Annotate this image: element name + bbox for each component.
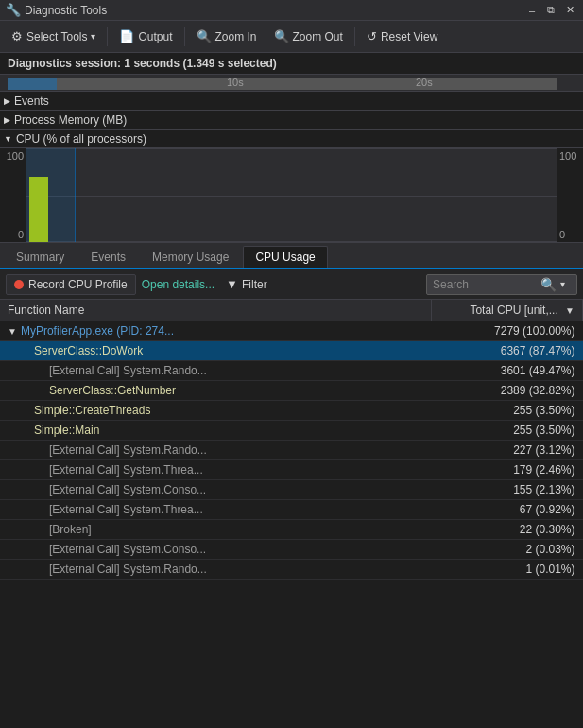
- cell-function-name: ▶[External Call] System.Rando...: [0, 441, 432, 460]
- cell-function-name: ▶[External Call] System.Rando...: [0, 560, 432, 580]
- table-row[interactable]: ▶[External Call] System.Threa...179 (2.4…: [0, 460, 583, 480]
- tab-memory-usage[interactable]: Memory Usage: [140, 246, 241, 268]
- gear-icon: ⚙: [11, 29, 23, 43]
- cpu-table: Function Name Total CPU [unit,... ▼ ▼MyP…: [0, 300, 583, 580]
- toolbar-separator-1: [107, 27, 108, 46]
- cell-cpu-value: 2 (0.03%): [432, 540, 583, 560]
- cell-function-name: ▶[Broken]: [0, 520, 432, 540]
- cell-function-name: ▶[External Call] System.Threa...: [0, 500, 432, 520]
- table-row[interactable]: ▶Simple::CreateThreads255 (3.50%): [0, 401, 583, 421]
- zoom-in-icon: 🔍: [197, 29, 212, 43]
- table-row[interactable]: ▶ServerClass::GetNumber2389 (32.82%): [0, 381, 583, 401]
- cpu-table-container[interactable]: Function Name Total CPU [unit,... ▼ ▼MyP…: [0, 300, 583, 657]
- search-input[interactable]: [433, 278, 537, 291]
- filter-button[interactable]: ▼ Filter: [220, 274, 273, 294]
- cell-function-name: ▶[External Call] System.Rando...: [0, 361, 432, 381]
- cpu-y-axis-left: 100 0: [0, 148, 26, 242]
- output-button[interactable]: 📄 Output: [111, 24, 180, 50]
- table-row[interactable]: ▶[External Call] System.Rando...3601 (49…: [0, 361, 583, 381]
- cell-function-name: ▶Simple::CreateThreads: [0, 401, 432, 421]
- cell-cpu-value: 2389 (32.82%): [432, 381, 583, 401]
- open-details-link[interactable]: Open details...: [142, 278, 214, 291]
- ruler-tick-10s: 10s: [227, 77, 244, 88]
- table-row[interactable]: ▶Simple::Main255 (3.50%): [0, 421, 583, 441]
- tabs-bar: Summary Events Memory Usage CPU Usage: [0, 243, 583, 269]
- col-function-header[interactable]: Function Name: [0, 300, 432, 321]
- tab-summary[interactable]: Summary: [4, 246, 77, 268]
- search-dropdown-icon[interactable]: ▾: [560, 279, 565, 289]
- search-icon[interactable]: 🔍: [540, 277, 557, 292]
- cpu-chart-area: [26, 148, 557, 242]
- cell-cpu-value: 179 (2.46%): [432, 460, 583, 480]
- zoom-out-button[interactable]: 🔍 Zoom Out: [266, 24, 351, 50]
- cpu-y-bottom-left: 0: [18, 229, 24, 240]
- cpu-selection-overlay: [26, 148, 76, 242]
- cell-cpu-value: 255 (3.50%): [432, 401, 583, 421]
- output-icon: 📄: [119, 29, 134, 43]
- cell-cpu-value: 22 (0.30%): [432, 520, 583, 540]
- cpu-y-top-right: 100: [559, 150, 576, 162]
- close-button[interactable]: ✕: [562, 3, 577, 18]
- table-row[interactable]: ▶ServerClass::DoWork6367 (87.47%): [0, 341, 583, 361]
- cpu-y-axis-right: 100 0: [557, 148, 583, 242]
- search-box[interactable]: 🔍 ▾: [426, 274, 577, 295]
- cpu-label: CPU (% of all processors): [16, 132, 146, 146]
- events-section[interactable]: ▶ Events: [0, 92, 583, 111]
- table-row[interactable]: ▶[External Call] System.Threa...67 (0.92…: [0, 500, 583, 520]
- cell-function-name: ▶[External Call] System.Threa...: [0, 460, 432, 480]
- title-bar-left: 🔧 Diagnostic Tools: [6, 3, 107, 17]
- cpu-panel-toolbar: Record CPU Profile Open details... ▼ Fil…: [0, 269, 583, 300]
- cell-function-name: ▶ServerClass::GetNumber: [0, 381, 432, 401]
- cpu-gridline-top: [26, 148, 557, 149]
- cell-cpu-value: 255 (3.50%): [432, 421, 583, 441]
- table-row[interactable]: ▶[External Call] System.Rando...1 (0.01%…: [0, 560, 583, 580]
- table-row[interactable]: ▶[Broken]22 (0.30%): [0, 520, 583, 540]
- process-memory-label: Process Memory (MB): [14, 113, 127, 127]
- col-cpu-header[interactable]: Total CPU [unit,... ▼: [432, 300, 583, 321]
- title-bar-text: Diagnostic Tools: [25, 4, 107, 17]
- process-memory-section[interactable]: ▶ Process Memory (MB): [0, 111, 583, 130]
- table-row[interactable]: ▼MyProfilerApp.exe (PID: 274...7279 (100…: [0, 321, 583, 341]
- cell-function-name: ▶ServerClass::DoWork: [0, 341, 432, 361]
- cell-cpu-value: 67 (0.92%): [432, 500, 583, 520]
- cell-cpu-value: 155 (2.13%): [432, 480, 583, 500]
- events-label: Events: [14, 95, 49, 108]
- diagnostic-tools-icon: 🔧: [6, 3, 21, 17]
- main-toolbar: ⚙ Select Tools ▾ 📄 Output 🔍 Zoom In 🔍 Zo…: [0, 21, 583, 53]
- pin-button[interactable]: –: [524, 3, 540, 18]
- cell-cpu-value: 7279 (100.00%): [432, 321, 583, 341]
- cell-cpu-value: 6367 (87.47%): [432, 341, 583, 361]
- record-btn-label: Record CPU Profile: [28, 278, 128, 291]
- reset-icon: ↺: [367, 29, 377, 43]
- cpu-chart: 100 0 100 0: [0, 148, 583, 243]
- cpu-panel: Record CPU Profile Open details... ▼ Fil…: [0, 269, 583, 657]
- record-cpu-profile-button[interactable]: Record CPU Profile: [6, 274, 136, 295]
- float-button[interactable]: ⧉: [543, 3, 558, 18]
- zoom-out-icon: 🔍: [274, 29, 289, 43]
- table-row[interactable]: ▶[External Call] System.Rando...227 (3.1…: [0, 441, 583, 460]
- table-row[interactable]: ▶[External Call] System.Conso...155 (2.1…: [0, 480, 583, 500]
- select-tools-button[interactable]: ⚙ Select Tools ▾: [4, 24, 103, 50]
- tab-cpu-usage[interactable]: CPU Usage: [243, 246, 327, 268]
- session-info: Diagnostics session: 1 seconds (1.349 s …: [0, 53, 583, 75]
- events-triangle-icon: ▶: [4, 96, 10, 106]
- dropdown-arrow-icon: ▾: [91, 31, 95, 42]
- zoom-in-button[interactable]: 🔍 Zoom In: [189, 24, 265, 50]
- tab-events[interactable]: Events: [78, 246, 138, 268]
- cell-cpu-value: 1 (0.01%): [432, 560, 583, 580]
- cpu-gridline-bottom: [26, 241, 557, 242]
- cell-cpu-value: 227 (3.12%): [432, 441, 583, 460]
- reset-view-button[interactable]: ↺ Reset View: [359, 24, 445, 50]
- table-row[interactable]: ▶[External Call] System.Conso...2 (0.03%…: [0, 540, 583, 560]
- cell-function-name: ▶[External Call] System.Conso...: [0, 540, 432, 560]
- cell-function-name: ▶Simple::Main: [0, 421, 432, 441]
- toolbar-separator-3: [354, 27, 355, 46]
- cpu-section-header[interactable]: ▼ CPU (% of all processors): [0, 130, 583, 148]
- cell-function-name: ▼MyProfilerApp.exe (PID: 274...: [0, 321, 432, 341]
- cell-cpu-value: 3601 (49.47%): [432, 361, 583, 381]
- memory-triangle-icon: ▶: [4, 115, 10, 125]
- cpu-y-top-left: 100: [7, 150, 24, 162]
- title-bar-right: – ⧉ ✕: [524, 3, 577, 18]
- timeline-ruler: 10s 20s: [0, 75, 583, 92]
- cpu-y-bottom-right: 0: [559, 229, 565, 240]
